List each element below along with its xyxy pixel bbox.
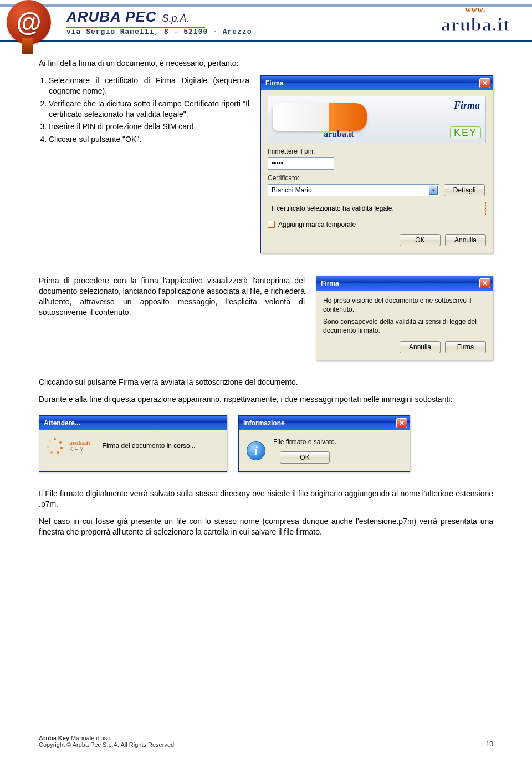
informazione-msg: File firmato e salvato. [273, 438, 336, 446]
messages-para: Durante e alla fine di questa operazione… [39, 394, 493, 405]
confirm-firma-button[interactable]: Firma [445, 341, 486, 353]
company-block: ARUBA PEC S.p.A. via Sergio Ramelli, 8 –… [66, 8, 252, 36]
intro-para: Ai fini della firma di un documento, è n… [39, 58, 493, 69]
close-icon[interactable]: ✕ [396, 418, 407, 428]
cert-label: Certificato: [268, 174, 486, 182]
existing-file-para: Nel caso in cui fosse già presente un fi… [39, 516, 493, 537]
footer-left: Aruba Key Manuale d'uso Copyright © Arub… [39, 735, 174, 748]
marca-checkbox[interactable] [268, 221, 275, 228]
firma-dialog-title: Firma [265, 79, 284, 87]
pin-label: Immettere il pin: [268, 147, 486, 155]
page-content: Ai fini della firma di un documento, è n… [0, 42, 532, 572]
step-1: Selezionare il certificato di Firma Digi… [49, 75, 249, 96]
page-number: 10 [486, 740, 493, 748]
attendere-key-mini: KEY [69, 446, 90, 452]
confirm-annulla-button[interactable]: Annulla [400, 341, 441, 353]
footer-manual: Manuale d'uso [69, 735, 110, 741]
confirm-dialog-title-bar: Firma ✕ [316, 276, 493, 291]
footer-product: Aruba Key [39, 735, 69, 741]
legal-message: Il certificato selezionato ha validità l… [268, 202, 486, 215]
confirm-dialog-title: Firma [321, 279, 339, 287]
marca-label: Aggiungi marca temporale [278, 221, 356, 228]
page-header: @ ARUBA PEC S.p.A. via Sergio Ramelli, 8… [0, 0, 532, 42]
ok-button[interactable]: OK [400, 234, 441, 246]
info-icon: i [247, 441, 265, 460]
preview-para: Prima di procedere con la firma l'applic… [39, 276, 305, 318]
ribbon-icon [22, 38, 33, 54]
company-spa: S.p.A. [162, 13, 190, 24]
informazione-dialog: Informazione ✕ i File firmato e salvato.… [238, 415, 410, 472]
confirm-line1: Ho preso visione del documento e ne sott… [323, 296, 486, 314]
confirm-line2: Sono consapevole della validità ai sensi… [323, 317, 486, 335]
aruba-main: aruba.it [441, 14, 510, 35]
attendere-msg: Firma del documento in corso... [103, 442, 196, 450]
pin-input[interactable] [268, 157, 334, 170]
confirm-dialog: Firma ✕ Ho preso visione del documento e… [316, 276, 493, 360]
attendere-title: Attendere... [44, 419, 80, 427]
cert-select[interactable]: Bianchi Mario ▾ [268, 184, 439, 196]
step-3: Inserire il PIN di protezione della SIM … [49, 121, 249, 132]
annulla-button[interactable]: Annulla [445, 234, 486, 246]
attendere-dialog: Attendere... aruba.it KEY Firma del docu… [39, 415, 227, 472]
banner-firma-label: Firma [454, 100, 480, 111]
steps-list: Selezionare il certificato di Firma Digi… [49, 75, 249, 145]
banner-key-badge: KEY [450, 126, 481, 139]
informazione-title-bar: Informazione ✕ [239, 416, 410, 430]
page-footer: Aruba Key Manuale d'uso Copyright © Arub… [39, 735, 493, 748]
step-4: Cliccare sul pulsante "OK". [49, 134, 249, 145]
usb-key-icon [273, 103, 367, 131]
aruba-www: www. [441, 6, 510, 14]
firma-click-para: Cliccando sul pulsante Firma verrà avvia… [39, 377, 493, 388]
close-icon[interactable]: ✕ [479, 78, 490, 88]
attendere-aruba-mini: aruba.it [69, 439, 90, 446]
cert-select-value: Bianchi Mario [272, 186, 312, 194]
chevron-down-icon: ▾ [429, 186, 438, 195]
saved-para: Il File firmato digitalmente verrà salva… [39, 489, 493, 510]
footer-copyright: Copyright © Aruba Pec S.p.A. All Rights … [39, 741, 174, 748]
firma-dialog: Firma ✕ Firma aruba.it KEY Immettere il … [260, 75, 493, 253]
spinner-icon [47, 438, 63, 454]
informazione-ok-button[interactable]: OK [280, 451, 330, 464]
firma-dialog-title-bar: Firma ✕ [261, 76, 493, 90]
wax-seal-logo: @ [7, 0, 59, 50]
firma-banner: Firma aruba.it KEY [268, 96, 486, 143]
step-2: Verificare che la dicitura sotto il camp… [49, 99, 249, 120]
company-name: ARUBA PEC [66, 8, 157, 26]
close-icon[interactable]: ✕ [479, 278, 490, 288]
dettagli-button[interactable]: Dettagli [444, 184, 485, 196]
company-address: via Sergio Ramelli, 8 – 52100 - Arezzo [66, 28, 252, 36]
attendere-title-bar: Attendere... [39, 416, 227, 430]
aruba-logo: www. aruba.it [441, 6, 510, 35]
informazione-title: Informazione [243, 419, 285, 427]
banner-aruba-label: aruba.it [324, 129, 354, 139]
